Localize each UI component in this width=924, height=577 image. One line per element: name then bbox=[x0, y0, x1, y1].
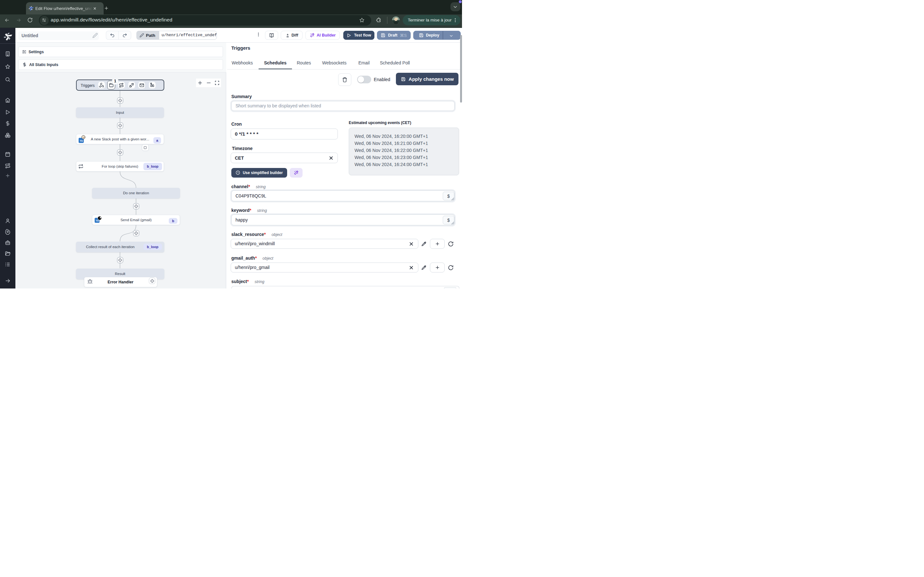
svg-text:TS: TS bbox=[79, 139, 83, 142]
